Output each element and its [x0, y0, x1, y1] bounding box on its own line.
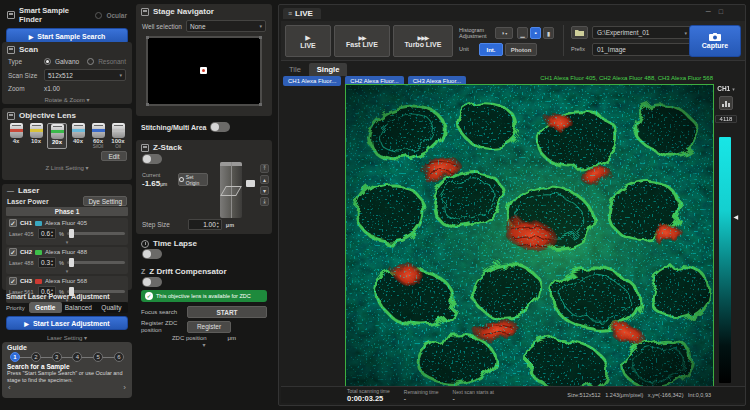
z-down-button[interactable]: ▾	[260, 186, 269, 195]
guide-step-1[interactable]: 1	[10, 352, 20, 362]
radio-galvano-label[interactable]: Galvano	[55, 58, 79, 65]
zdc-toggle[interactable]	[142, 277, 162, 287]
histogram-scale-low-button[interactable]: ▁	[517, 27, 528, 39]
prefix-value: 01_Image	[597, 46, 626, 53]
rotate-zoom-expander[interactable]: Rotate & Zoom ▾	[2, 94, 132, 105]
laser-channel-ch2: ✓ CH2 Alexa Fluor 488 Laser 488 0.3 ▴▾ %…	[6, 247, 128, 274]
step-size-input[interactable]: 1.00 ▴▾	[188, 219, 222, 230]
radio-galvano[interactable]	[44, 58, 51, 65]
tab-tile[interactable]: Tile	[283, 63, 307, 76]
guide-step-6[interactable]: 6	[114, 352, 124, 362]
smart-laser-adjustment-section: Smart Laser Power Adjustment Priority Ge…	[2, 292, 132, 338]
z-up-button[interactable]: ▴	[260, 175, 269, 184]
priority-gentle[interactable]: Gentle	[29, 302, 62, 313]
guide-step-5[interactable]: 5	[93, 352, 103, 362]
objective-edit-button[interactable]: Edit	[101, 151, 127, 161]
unit-photon-button[interactable]: Photon	[505, 43, 537, 56]
zdc-expander[interactable]: ▾	[136, 341, 272, 348]
lut-strip: CH1 ▾ 4118 ◀	[713, 85, 739, 383]
chevron-down-icon: ▾	[87, 97, 90, 103]
z-current-value: -1.65μm	[142, 179, 167, 188]
lut-auto-button[interactable]	[719, 96, 733, 110]
minimize-icon[interactable]: ─	[706, 8, 711, 15]
maximize-icon[interactable]: □	[719, 8, 723, 15]
ch3-checkbox[interactable]: ✓	[9, 277, 17, 285]
scan-size-select[interactable]: 512x512 ▾	[44, 69, 126, 81]
zdc-position-unit: μm	[228, 335, 236, 341]
guide-step-3[interactable]: 3	[52, 352, 62, 362]
turbo-live-button[interactable]: ▶▶▶ Turbo LIVE	[393, 25, 453, 57]
objective-100x[interactable]: 100x Oil	[109, 123, 127, 149]
histogram-auto-button[interactable]: ◑ ▾	[495, 27, 513, 39]
z-plane-tag[interactable]	[246, 180, 255, 187]
lut-channel-select[interactable]: CH1 ▾	[713, 85, 739, 92]
ch2-checkbox[interactable]: ✓	[9, 248, 17, 256]
objective-lens-panel: Objective Lens 4x 10x 20x 40x 60x SilOi	[2, 108, 132, 180]
objective-60x[interactable]: 60x SilOil	[89, 123, 107, 149]
stage-position-marker	[200, 67, 207, 74]
ch1-laser-label: Laser 405	[9, 231, 35, 237]
specimen-image[interactable]	[345, 84, 714, 393]
z-bottom-button[interactable]: ⤓	[260, 197, 269, 206]
guide-step-4[interactable]: 4	[72, 352, 82, 362]
guide-prev-button[interactable]: ‹	[8, 383, 11, 392]
objective-10x[interactable]: 10x	[27, 123, 45, 149]
radio-resonant[interactable]	[87, 58, 94, 65]
ch2-expander[interactable]: ▾	[9, 269, 125, 273]
ch1-power-slider[interactable]	[67, 232, 125, 235]
start-laser-adjustment-button[interactable]: ▶ Start Laser Adjustment	[6, 316, 128, 330]
histogram-scale-high-button[interactable]: ▮	[543, 27, 554, 39]
phase-tab[interactable]: Phase 1	[6, 207, 128, 216]
ch2-power-slider[interactable]	[67, 261, 125, 264]
tab-single[interactable]: Single	[309, 63, 348, 76]
stage-map[interactable]	[146, 36, 262, 106]
priority-quality[interactable]: Quality	[95, 302, 128, 313]
lut-gradient-bar[interactable]: ◀	[719, 137, 731, 383]
focus-search-start-button[interactable]: START	[187, 306, 267, 318]
ch1-unit: %	[59, 231, 64, 237]
z-top-button[interactable]: ⤒	[260, 164, 269, 173]
capture-button[interactable]: Capture	[689, 25, 741, 57]
priority-balanced[interactable]: Balanced	[62, 302, 95, 313]
zdc-banner-text: This objective lens is available for ZDC	[156, 293, 251, 299]
ch2-power-input[interactable]: 0.3 ▴▾	[38, 257, 56, 268]
guide-next-button[interactable]: ›	[123, 383, 126, 392]
histogram-scale-mid-button[interactable]: ▪	[530, 27, 541, 39]
time-lapse-title: Time Lapse	[153, 239, 197, 248]
z-stack-toggle[interactable]	[142, 154, 162, 164]
fast-live-button[interactable]: ▶▶ Fast LIVE	[334, 25, 390, 57]
chevron-down-icon: ▾	[86, 165, 89, 171]
ch1-checkbox[interactable]: ✓	[9, 219, 17, 227]
time-lapse-toggle[interactable]	[142, 249, 162, 259]
unit-int-button[interactable]: Int.	[479, 43, 503, 56]
objective-4x[interactable]: 4x	[7, 123, 25, 149]
z-limit-setting-expander[interactable]: Z Limit Setting ▾	[2, 162, 132, 173]
save-path-field[interactable]: G:\Experiment_01 ▾	[592, 26, 692, 39]
guide-title: Guide	[2, 342, 132, 351]
radio-resonant-label[interactable]: Resonant	[98, 58, 126, 65]
ch1-expander[interactable]: ▾	[9, 240, 125, 244]
tab-ocular[interactable]: Ocular	[106, 12, 127, 19]
live-window-tab[interactable]: ≡ LIVE	[283, 8, 321, 19]
play-icon: ▶	[24, 320, 29, 327]
time-lapse-icon	[141, 240, 149, 248]
folder-button[interactable]	[571, 26, 588, 39]
dye-setting-button[interactable]: Dye Setting	[83, 196, 127, 206]
set-origin-button[interactable]: Set Origin	[178, 173, 208, 186]
guide-step-2[interactable]: 2	[31, 352, 41, 362]
register-zdc-label: Register ZDC position	[141, 320, 183, 333]
register-button[interactable]: Register	[187, 321, 231, 333]
status-image-info: Size:512x512 1.243(μm/pixel) x,y=(-166,3…	[494, 392, 745, 398]
lut-marker[interactable]: ◀	[733, 213, 738, 220]
image-caption: CH1 Alexa Fluor 405, CH2 Alexa Fluor 488…	[345, 75, 713, 81]
objective-40x[interactable]: 40x	[69, 123, 87, 149]
prefix-field[interactable]: 01_Image	[592, 43, 692, 56]
chip-ch1[interactable]: CH1 Alexa Fluor...	[283, 76, 341, 86]
ch1-power-input[interactable]: 0.6 ▴▾	[38, 228, 56, 239]
chevron-down-icon: ▾	[259, 23, 262, 29]
well-selection-select[interactable]: None ▾	[186, 20, 266, 32]
capture-label: Capture	[702, 42, 728, 49]
stitching-toggle[interactable]	[210, 122, 230, 132]
objective-20x-selected[interactable]: 20x	[47, 123, 67, 149]
live-button[interactable]: ▶ LIVE	[285, 25, 331, 57]
